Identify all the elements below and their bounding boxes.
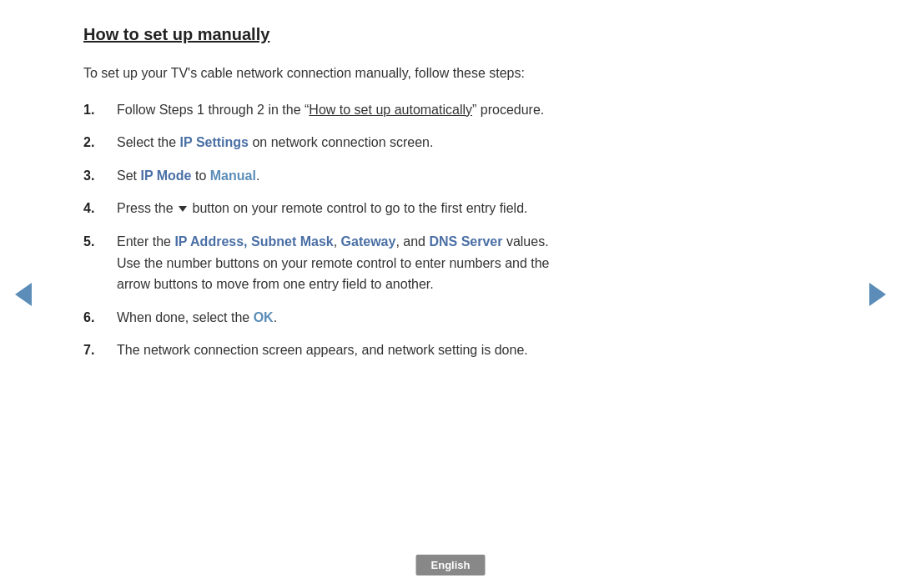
step-item-4: 4. Press the button on your remote contr…: [83, 198, 651, 219]
step-number-5: 5.: [83, 231, 117, 253]
auto-setup-link[interactable]: How to set up automatically: [309, 103, 472, 117]
subnet-mask-highlight: Subnet Mask: [251, 234, 334, 249]
page-title: How to set up manually: [83, 25, 651, 44]
step-item-6: 6. When done, select the OK.: [83, 307, 651, 329]
ok-highlight: OK: [254, 310, 274, 324]
step-number-2: 2.: [83, 132, 117, 153]
dns-server-highlight: DNS Server: [429, 234, 502, 249]
nav-arrow-right[interactable]: [869, 283, 886, 306]
ip-mode-highlight: IP Mode: [140, 168, 191, 183]
nav-arrow-left[interactable]: [15, 283, 32, 306]
step-text-3: Set IP Mode to Manual.: [117, 165, 259, 187]
ip-settings-highlight: IP Settings: [180, 135, 249, 149]
step-text-2: Select the IP Settings on network connec…: [117, 132, 433, 153]
step-number-6: 6.: [83, 307, 117, 329]
step-item-7: 7. The network connection screen appears…: [83, 339, 651, 361]
step-number-3: 3.: [83, 165, 117, 187]
gateway-highlight: Gateway: [341, 234, 396, 249]
step-item-2: 2. Select the IP Settings on network con…: [83, 132, 651, 153]
intro-text: To set up your TV's cable network connec…: [83, 63, 651, 84]
language-button[interactable]: English: [416, 555, 486, 575]
down-arrow-icon: [179, 206, 187, 212]
step-text-4: Press the button on your remote control …: [117, 198, 527, 219]
step-item-5: 5. Enter the IP Address, Subnet Mask, Ga…: [83, 231, 651, 295]
ip-address-highlight: IP Address,: [174, 234, 247, 249]
step-number-1: 1.: [83, 99, 117, 121]
steps-list: 1. Follow Steps 1 through 2 in the “How …: [83, 99, 651, 361]
step-item-3: 3. Set IP Mode to Manual.: [83, 165, 651, 187]
manual-highlight: Manual: [210, 168, 256, 183]
step-item-1: 1. Follow Steps 1 through 2 in the “How …: [83, 99, 651, 121]
step-number-4: 4.: [83, 198, 117, 219]
step-number-7: 7.: [83, 339, 117, 361]
main-content: How to set up manually To set up your TV…: [0, 0, 751, 398]
step-text-6: When done, select the OK.: [117, 307, 277, 329]
step-text-7: The network connection screen appears, a…: [117, 339, 528, 361]
step-text-5: Enter the IP Address, Subnet Mask, Gatew…: [117, 231, 550, 295]
step-text-1: Follow Steps 1 through 2 in the “How to …: [117, 99, 544, 121]
